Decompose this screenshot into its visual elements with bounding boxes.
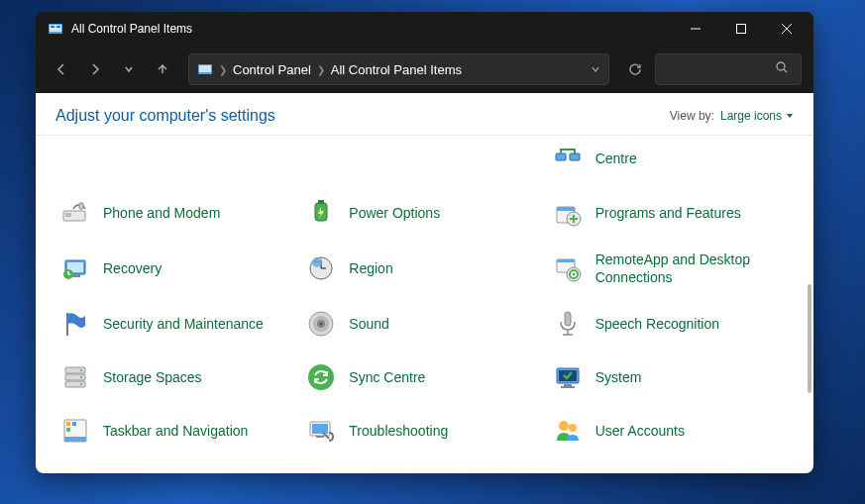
- svg-rect-13: [570, 153, 580, 160]
- taskbar-icon: [59, 415, 91, 447]
- item-label: System: [595, 368, 642, 386]
- region-icon: [305, 252, 337, 284]
- item-label: Taskbar and Navigation: [103, 422, 248, 440]
- svg-point-51: [80, 376, 82, 378]
- item-label: Sound: [349, 315, 388, 333]
- recovery-icon: [59, 252, 91, 284]
- item-label: RemoteApp and Desktop Connections: [595, 251, 790, 286]
- user-accounts-icon: [552, 415, 584, 447]
- cp-item-wintools[interactable]: Windows Tools: [301, 466, 547, 473]
- cp-item-centre-partial[interactable]: Centre: [548, 136, 794, 167]
- address-bar[interactable]: ❯ Control Panel ❯ All Control Panel Item…: [188, 53, 609, 85]
- cp-item-security-maintenance[interactable]: Security and Maintenance: [55, 306, 301, 342]
- control-panel-icon: [48, 21, 63, 37]
- firewall-icon: [59, 468, 91, 473]
- remoteapp-icon: [552, 252, 584, 284]
- microphone-icon: [552, 308, 584, 340]
- titlebar: All Control Panel Items: [36, 12, 813, 46]
- network-icon: [552, 136, 584, 167]
- cp-item-remoteapp[interactable]: RemoteApp and Desktop Connections: [548, 249, 794, 288]
- search-icon: [775, 60, 789, 78]
- address-dropdown-button[interactable]: [591, 62, 600, 77]
- svg-rect-56: [564, 384, 572, 386]
- content-area: Adjust your computer's settings View by:…: [36, 93, 813, 473]
- svg-rect-3: [56, 26, 60, 28]
- svg-rect-44: [565, 312, 571, 326]
- vertical-scrollbar[interactable]: [808, 284, 811, 393]
- svg-point-66: [559, 421, 569, 431]
- minimize-button[interactable]: [673, 14, 718, 44]
- up-button[interactable]: [149, 55, 176, 83]
- svg-rect-60: [66, 422, 70, 426]
- control-panel-window: All Control Panel Items ❯ Control Panel …: [36, 12, 813, 473]
- cp-item-users[interactable]: User Accounts: [548, 413, 794, 449]
- item-label: Phone and Modem: [103, 204, 220, 222]
- close-button[interactable]: [764, 14, 810, 44]
- svg-rect-34: [557, 259, 575, 262]
- troubleshoot-icon: [305, 415, 337, 447]
- item-label: Troubleshooting: [349, 422, 448, 440]
- cp-item-troubleshoot[interactable]: Troubleshooting: [301, 413, 547, 449]
- breadcrumb-current[interactable]: All Control Panel Items: [331, 62, 462, 77]
- cp-item-system[interactable]: System: [548, 359, 794, 395]
- sync-icon: [305, 361, 337, 393]
- items-grid: Centre Phone and Modem Power Options Pro…: [36, 136, 813, 473]
- svg-rect-9: [199, 65, 211, 72]
- chevron-right-icon[interactable]: ❯: [317, 64, 325, 75]
- item-label: User Accounts: [595, 422, 685, 440]
- cp-item-taskbar[interactable]: Taskbar and Navigation: [55, 413, 301, 449]
- svg-rect-64: [312, 424, 328, 434]
- cp-item-defender[interactable]: Windows Defender Firewall: [55, 466, 301, 473]
- back-button[interactable]: [48, 55, 75, 83]
- svg-point-43: [320, 323, 323, 326]
- window-title: All Control Panel Items: [71, 22, 673, 36]
- cp-item-programs-features[interactable]: Programs and Features: [548, 195, 794, 231]
- cp-item-sync[interactable]: Sync Centre: [301, 359, 547, 395]
- viewby-value: Large icons: [720, 109, 782, 123]
- svg-rect-57: [561, 386, 575, 388]
- svg-rect-5: [737, 25, 746, 34]
- svg-point-67: [569, 424, 577, 432]
- control-panel-icon: [197, 61, 213, 77]
- partial-cutoff-row: Centre: [55, 136, 794, 167]
- cp-item-recovery[interactable]: Recovery: [55, 249, 301, 288]
- item-label: Recovery: [103, 259, 162, 277]
- svg-rect-12: [556, 153, 566, 160]
- windows-tools-icon: [305, 468, 337, 473]
- svg-rect-16: [79, 203, 83, 209]
- item-label: Power Options: [349, 204, 440, 222]
- cp-item-speech[interactable]: Speech Recognition: [548, 306, 794, 342]
- svg-rect-15: [65, 213, 71, 217]
- item-label: Speech Recognition: [595, 315, 719, 333]
- cp-item-storage[interactable]: Storage Spaces: [55, 359, 301, 395]
- page-title: Adjust your computer's settings: [55, 107, 670, 125]
- svg-rect-18: [318, 200, 324, 204]
- work-folders-icon: [552, 468, 584, 473]
- system-icon: [552, 361, 584, 393]
- forward-button[interactable]: [81, 55, 109, 83]
- cp-item-power-options[interactable]: Power Options: [301, 195, 547, 231]
- history-dropdown-button[interactable]: [115, 55, 143, 83]
- svg-rect-61: [72, 422, 76, 426]
- header-row: Adjust your computer's settings View by:…: [36, 93, 813, 136]
- svg-rect-23: [570, 218, 578, 220]
- phone-modem-icon: [59, 197, 91, 229]
- cp-item-region[interactable]: Region: [301, 249, 547, 288]
- item-label: Programs and Features: [595, 204, 741, 222]
- breadcrumb-root[interactable]: Control Panel: [233, 62, 311, 77]
- viewby-dropdown[interactable]: Large icons: [720, 109, 794, 123]
- svg-point-10: [777, 62, 785, 70]
- refresh-button[interactable]: [621, 55, 649, 83]
- cp-item-phone-modem[interactable]: Phone and Modem: [55, 195, 301, 231]
- svg-line-11: [784, 69, 787, 72]
- cp-item-workfolders[interactable]: Work Folders: [548, 466, 794, 473]
- power-options-icon: [305, 197, 337, 229]
- maximize-button[interactable]: [718, 14, 764, 44]
- search-input[interactable]: [655, 53, 802, 85]
- chevron-right-icon[interactable]: ❯: [219, 64, 227, 75]
- item-label: Centre: [595, 150, 637, 167]
- navigation-toolbar: ❯ Control Panel ❯ All Control Panel Item…: [36, 46, 813, 93]
- cp-item-sound[interactable]: Sound: [301, 306, 547, 342]
- item-label: Region: [349, 259, 392, 277]
- svg-point-53: [308, 364, 334, 390]
